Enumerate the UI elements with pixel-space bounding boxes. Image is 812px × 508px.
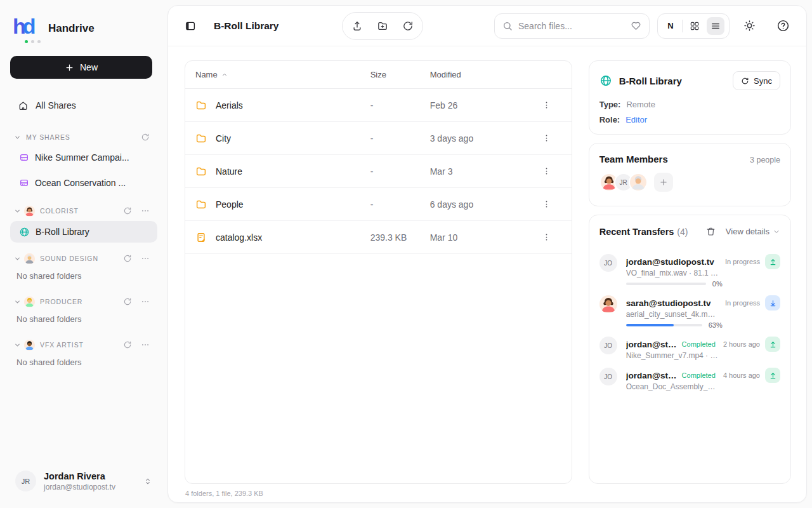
refresh-icon[interactable] xyxy=(122,205,133,217)
grid-view-button[interactable] xyxy=(686,17,704,35)
empty-label: No shared folders xyxy=(10,309,157,329)
sync-button[interactable]: Sync xyxy=(733,71,780,90)
plus-icon xyxy=(65,63,74,72)
file-table: Name Size Modified Aerials - Feb 26 City… xyxy=(185,60,572,484)
file-row[interactable]: City - 3 days ago xyxy=(185,122,572,155)
upload-badge[interactable] xyxy=(765,337,780,352)
refresh-icon[interactable] xyxy=(140,131,151,143)
refresh-icon[interactable] xyxy=(122,296,133,307)
role-label: Role: xyxy=(599,115,620,124)
peer-section-colorist[interactable]: COLORIST xyxy=(10,203,157,218)
peer-section-producer[interactable]: PRODUCER xyxy=(10,294,157,309)
refresh-icon xyxy=(402,20,414,32)
sidebar-item-all-shares[interactable]: All Shares xyxy=(10,94,157,117)
sidebar-item-share[interactable]: Ocean Conservation ... xyxy=(10,170,157,196)
chevrons-up-down-icon xyxy=(143,477,152,486)
row-menu-button[interactable] xyxy=(532,199,561,209)
transfers-count: (4) xyxy=(677,227,705,237)
globe-icon xyxy=(599,74,612,87)
file-row[interactable]: Nature - Mar 3 xyxy=(185,155,572,188)
more-icon[interactable] xyxy=(140,205,151,217)
type-label: Type: xyxy=(599,100,621,109)
row-menu-button[interactable] xyxy=(532,133,561,143)
avatar xyxy=(599,295,617,313)
list-view-button[interactable] xyxy=(707,17,724,35)
main-panel: B-Roll Library N Nam xyxy=(167,5,807,503)
status-bar: 4 folders, 1 file, 239.3 KB xyxy=(185,490,263,497)
sidebar: hd Handrive New All Shares MY SHARES Nik… xyxy=(0,0,167,508)
role-value[interactable]: Editor xyxy=(625,115,647,124)
transfer-item[interactable]: JO jordan@st… Completed 4 hours ago Ocea… xyxy=(599,368,780,391)
account-badge[interactable]: N xyxy=(662,21,679,30)
row-menu-button[interactable] xyxy=(532,100,561,110)
refresh-icon[interactable] xyxy=(122,253,133,264)
empty-label: No shared folders xyxy=(10,352,157,372)
main-header: B-Roll Library N xyxy=(168,6,806,46)
chevron-down-icon xyxy=(14,298,21,305)
more-icon[interactable] xyxy=(140,296,151,307)
peer-section-sound-design[interactable]: SOUND DESIGN xyxy=(10,251,157,266)
column-name[interactable]: Name xyxy=(195,70,370,79)
share-info-card: B-Roll Library Sync Type:Remote Role:Edi… xyxy=(589,60,791,135)
peer-section-vfx-artist[interactable]: VFX ARTIST xyxy=(10,337,157,352)
folder-icon xyxy=(195,166,207,177)
member-avatar[interactable] xyxy=(629,173,648,192)
app-title: Handrive xyxy=(48,22,95,35)
row-menu-button[interactable] xyxy=(532,232,561,242)
row-menu-button[interactable] xyxy=(532,166,561,176)
my-shares-header[interactable]: MY SHARES xyxy=(10,130,157,145)
avatar xyxy=(24,206,35,217)
user-menu[interactable]: JR Jordan Rivera jordan@studiopost.tv xyxy=(10,471,157,491)
avatar xyxy=(24,340,35,351)
logo-dots xyxy=(25,40,41,43)
new-button[interactable]: New xyxy=(10,56,152,79)
folder-icon xyxy=(195,100,207,111)
transfer-item[interactable]: JO jordan@studiopost.tv In progress VO_f… xyxy=(599,254,780,288)
plus-icon xyxy=(659,178,668,187)
more-icon[interactable] xyxy=(140,339,151,351)
user-name: Jordan Rivera xyxy=(44,471,136,481)
avatar: JO xyxy=(599,368,617,385)
theme-toggle-button[interactable] xyxy=(743,20,756,32)
add-member-button[interactable] xyxy=(654,173,673,192)
avatar: JO xyxy=(599,254,617,272)
transfer-item[interactable]: sarah@studiopost.tv In progress aerial_c… xyxy=(599,295,780,329)
column-size[interactable]: Size xyxy=(370,70,430,79)
more-icon[interactable] xyxy=(140,253,151,264)
chevron-down-icon xyxy=(773,228,780,236)
file-row[interactable]: catalog.xlsx 239.3 KB Mar 10 xyxy=(185,221,572,254)
search-icon xyxy=(502,21,513,31)
transfer-item[interactable]: JO jordan@st… Completed 2 hours ago Nike… xyxy=(599,337,780,360)
sidebar-toggle-button[interactable] xyxy=(185,20,196,32)
file-row[interactable]: Aerials - Feb 26 xyxy=(185,89,572,122)
new-folder-button[interactable] xyxy=(377,20,388,32)
folder-icon xyxy=(195,199,207,210)
upload-badge[interactable] xyxy=(765,368,780,383)
folder-plus-icon xyxy=(377,20,388,32)
team-members-card: Team Members 3 people JR xyxy=(589,143,791,206)
help-button[interactable] xyxy=(776,19,790,32)
sun-icon xyxy=(743,20,756,32)
search-input[interactable] xyxy=(518,21,625,31)
upload-button[interactable] xyxy=(351,20,363,32)
upload-icon xyxy=(769,258,777,266)
search-box xyxy=(494,13,650,39)
chevron-down-icon xyxy=(14,342,21,349)
recent-transfers-card: Recent Transfers (4) View details JO jor… xyxy=(589,215,791,484)
upload-icon xyxy=(769,371,777,380)
upload-badge[interactable] xyxy=(765,254,780,269)
table-header: Name Size Modified xyxy=(185,61,572,89)
sidebar-item-broll-library[interactable]: B-Roll Library xyxy=(10,221,157,243)
refresh-icon[interactable] xyxy=(122,339,133,351)
file-row[interactable]: People - 6 days ago xyxy=(185,188,572,221)
download-badge[interactable] xyxy=(765,295,780,311)
clear-transfers-button[interactable] xyxy=(705,225,717,237)
panel-left-icon xyxy=(185,20,196,32)
refresh-button[interactable] xyxy=(402,20,414,32)
view-details-button[interactable]: View details xyxy=(726,227,780,236)
column-modified[interactable]: Modified xyxy=(430,70,532,79)
chevron-down-icon xyxy=(14,134,21,141)
refresh-icon xyxy=(741,77,749,85)
sidebar-item-share[interactable]: Nike Summer Campai... xyxy=(10,145,157,170)
heart-icon[interactable] xyxy=(631,20,641,31)
